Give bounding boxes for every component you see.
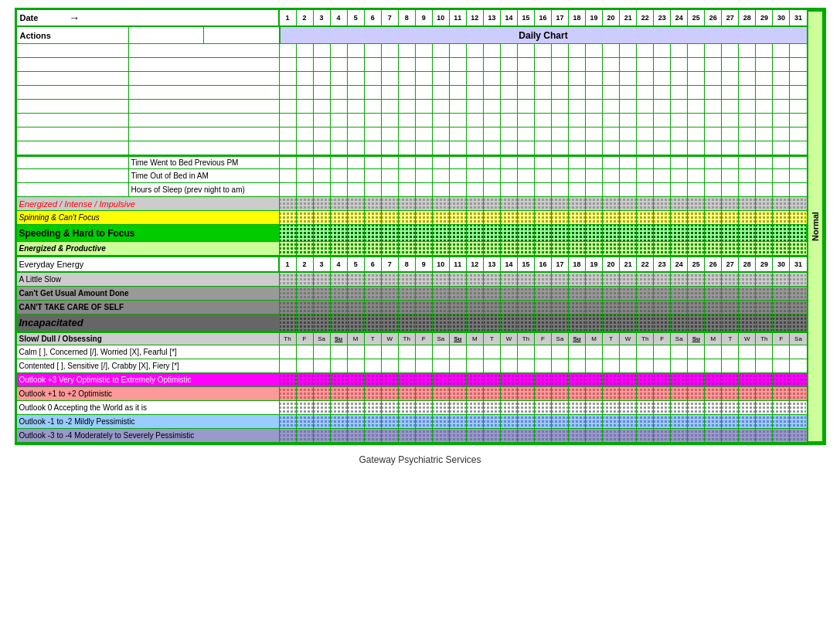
dow-cell-3: Su [331,333,348,345]
outlook-day-2-0 [280,401,297,414]
calm-label: Calm [ ], Concerned [/], Worried [X], Fe… [17,345,280,359]
outlook-day-0-8 [416,373,433,386]
day-cell-9 [416,169,433,182]
day-cell-13 [484,72,501,85]
day-cell-28 [739,141,756,155]
day-cell-25 [688,211,705,224]
day-cell-27 [722,359,739,372]
day-cell-10 [433,345,450,359]
outlook-day-4-0 [280,429,297,442]
day-cell-3 [314,44,331,57]
day-cell-18 [569,44,586,57]
day-cell-26 [705,345,722,359]
dow-cell-23: Sa [671,333,688,345]
header-day-24: 24 [671,10,688,26]
sleep-row-2: Hours of Sleep (prev night to am) [17,183,807,197]
day-cell-15 [518,359,535,372]
day-cell-22 [637,359,654,372]
day-cell-4 [331,100,348,113]
day-cell-18 [569,359,586,372]
day-cell-24 [671,345,688,359]
day-cell-19 [586,157,603,168]
day-cell-3 [314,72,331,85]
everyday-day-18: 18 [569,257,586,271]
empty-sub2-3 [129,86,279,99]
day-cell-15 [518,197,535,210]
day-cell-12 [467,242,484,255]
day-cell-22 [637,287,654,300]
everyday-day-15: 15 [518,257,535,271]
day-cell-13 [484,301,501,314]
outlook-day-1-19 [603,387,620,400]
day-cell-3 [314,128,331,141]
day-cell-1 [280,242,297,255]
day-cell-11 [450,100,467,113]
day-cell-24 [671,58,688,71]
day-cell-28 [739,100,756,113]
day-cell-22 [637,114,654,127]
day-cell-22 [637,301,654,314]
day-cell-4 [331,197,348,210]
outlook-day-1-17 [569,387,586,400]
day-cell-25 [688,242,705,255]
day-cell-18 [569,211,586,224]
header-day-14: 14 [501,10,518,26]
day-cell-6 [365,114,382,127]
day-cell-3 [314,225,331,241]
outlook-days-3 [280,415,807,428]
day-cell-3 [314,287,331,300]
day-cell-21 [620,114,637,127]
day-cell-23 [654,58,671,71]
header-day-6: 6 [365,10,382,26]
day-cell-14 [501,128,518,141]
sleep-text-1: Time Out of Bed in AM [129,169,279,182]
day-cell-28 [739,169,756,182]
outlook-day-4-13 [501,429,518,442]
day-cell-14 [501,58,518,71]
day-cell-16 [535,314,552,331]
outlook-day-4-11 [467,429,484,442]
outlook-day-3-19 [603,415,620,428]
day-cell-21 [620,287,637,300]
dow-cell-9: Sa [433,333,450,345]
day-cell-11 [450,128,467,141]
outlook-day-2-20 [620,401,637,414]
outlook-day-3-18 [586,415,603,428]
day-cell-26 [705,128,722,141]
day-cell-16 [535,157,552,168]
header-day-29: 29 [756,10,773,26]
header-day-12: 12 [467,10,484,26]
day-cell-31 [790,141,806,155]
outlook-day-2-30 [790,401,806,414]
dow-cell-7: Th [399,333,416,345]
day-cell-25 [688,58,705,71]
day-cell-17 [552,100,569,113]
day-cell-18 [569,287,586,300]
day-cell-16 [535,301,552,314]
day-cell-14 [501,183,518,196]
day-cell-15 [518,157,535,168]
day-cell-20 [603,183,620,196]
day-cell-20 [603,287,620,300]
everyday-day-11: 11 [450,257,467,271]
sleep-days-1 [280,169,807,182]
day-cell-3 [314,359,331,372]
dow-cell-11: M [467,333,484,345]
day-cell-27 [722,314,739,331]
energized-days [280,242,807,255]
empty-row-4 [17,100,807,114]
canttake-days [280,301,807,314]
day-cell-20 [603,211,620,224]
day-cell-26 [705,157,722,168]
day-cell-24 [671,141,688,155]
day-cell-30 [773,314,790,331]
day-cell-2 [297,157,314,168]
day-cell-21 [620,157,637,168]
day-cell-26 [705,58,722,71]
day-cell-15 [518,58,535,71]
header-day-21: 21 [620,10,637,26]
header-day-9: 9 [416,10,433,26]
everyday-day-3: 3 [314,257,331,271]
day-cell-2 [297,183,314,196]
empty-row-1 [17,58,807,72]
